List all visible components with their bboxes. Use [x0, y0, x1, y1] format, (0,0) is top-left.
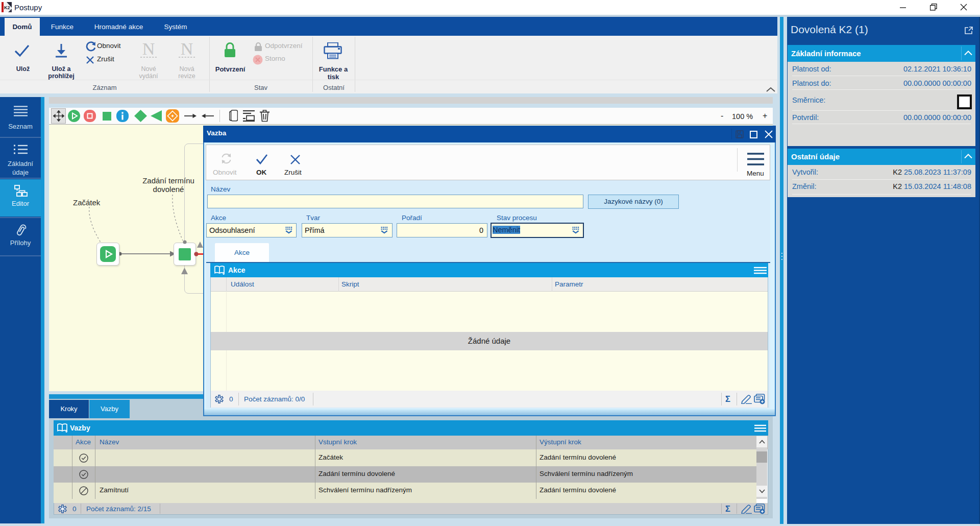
svg-text:K2: K2	[4, 5, 10, 10]
